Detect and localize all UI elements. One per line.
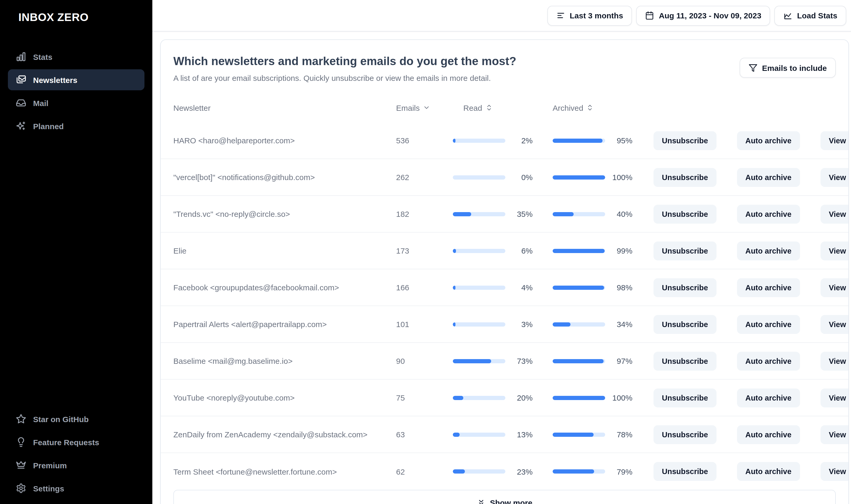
email-count: 101	[392, 320, 453, 329]
read-progress: 23%	[453, 467, 553, 476]
view-button[interactable]: View	[820, 204, 849, 223]
load-stats-button[interactable]: Load Stats	[775, 5, 846, 25]
archived-progress-bar	[553, 469, 605, 473]
archived-progress: 99%	[553, 246, 654, 255]
column-header-newsletter[interactable]: Newsletter	[173, 103, 392, 112]
table-row: Papertrail Alerts <alert@papertrailapp.c…	[161, 306, 848, 343]
view-button[interactable]: View	[820, 131, 849, 150]
unsubscribe-button[interactable]: Unsubscribe	[654, 315, 716, 334]
auto-archive-button[interactable]: Auto archive	[737, 462, 800, 481]
archived-progress-fill	[553, 138, 603, 143]
newsletter-name: Term Sheet <fortune@newsletter.fortune.c…	[173, 467, 392, 476]
date-range-picker-button[interactable]: Aug 11, 2023 - Nov 09, 2023	[636, 5, 770, 25]
archived-progress-fill	[553, 285, 604, 290]
auto-archive-button[interactable]: Auto archive	[737, 131, 800, 150]
read-percent: 23%	[510, 467, 533, 476]
newsletter-name: HARO <haro@helpareporter.com>	[173, 136, 392, 145]
unsubscribe-button[interactable]: Unsubscribe	[654, 425, 716, 444]
date-range-preset-button[interactable]: Last 3 months	[547, 5, 632, 25]
row-actions: Unsubscribe Auto archive View	[654, 352, 849, 371]
archived-percent: 95%	[609, 136, 633, 145]
archived-progress: 40%	[553, 210, 654, 218]
unsubscribe-button[interactable]: Unsubscribe	[654, 241, 716, 260]
archived-percent: 78%	[609, 430, 633, 439]
read-progress-fill	[453, 212, 471, 216]
unsubscribe-button[interactable]: Unsubscribe	[654, 278, 716, 297]
read-progress: 13%	[453, 430, 553, 439]
read-progress: 2%	[453, 136, 553, 145]
view-button[interactable]: View	[820, 315, 849, 334]
sidebar-item-label: Planned	[33, 122, 64, 130]
newsletter-name: Facebook <groupupdates@facebookmail.com>	[173, 283, 392, 292]
archived-progress-bar	[553, 322, 605, 326]
sidebar-item-feature-requests[interactable]: Feature Requests	[8, 432, 144, 453]
table-row: Baselime <mail@mg.baselime.io> 90 73% 97…	[161, 343, 848, 380]
auto-archive-button[interactable]: Auto archive	[737, 388, 800, 407]
unsubscribe-button[interactable]: Unsubscribe	[654, 462, 716, 481]
unsubscribe-button[interactable]: Unsubscribe	[654, 168, 716, 187]
unsubscribe-button[interactable]: Unsubscribe	[654, 388, 716, 407]
row-actions: Unsubscribe Auto archive View	[654, 462, 849, 481]
row-actions: Unsubscribe Auto archive View	[654, 315, 849, 334]
top-bar: Last 3 months Aug 11, 2023 - Nov 09, 202…	[152, 0, 851, 32]
view-button[interactable]: View	[820, 352, 849, 371]
newsletter-name: "Trends.vc" <no-reply@circle.so>	[173, 210, 392, 218]
archived-percent: 97%	[609, 357, 633, 365]
read-percent: 13%	[510, 430, 533, 439]
newsletter-table-body: HARO <haro@helpareporter.com> 536 2% 95%…	[161, 122, 848, 490]
unsubscribe-button[interactable]: Unsubscribe	[654, 352, 716, 371]
archived-progress-fill	[553, 396, 605, 400]
email-count: 173	[392, 246, 453, 255]
view-button[interactable]: View	[820, 462, 849, 481]
read-percent: 4%	[510, 283, 533, 292]
auto-archive-button[interactable]: Auto archive	[737, 241, 800, 260]
auto-archive-button[interactable]: Auto archive	[737, 278, 800, 297]
column-header-emails[interactable]: Emails	[392, 103, 453, 112]
sidebar-item-settings[interactable]: Settings	[8, 478, 144, 499]
newsletter-name: YouTube <noreply@youtube.com>	[173, 393, 392, 402]
unsubscribe-button[interactable]: Unsubscribe	[654, 204, 716, 223]
view-button[interactable]: View	[820, 241, 849, 260]
card-header: Which newsletters and marketing emails d…	[161, 40, 848, 84]
sidebar-item-premium[interactable]: Premium	[8, 455, 144, 476]
read-percent: 6%	[510, 246, 533, 255]
sidebar-item-star-on-github[interactable]: Star on GitHub	[8, 409, 144, 429]
read-progress-fill	[453, 285, 456, 290]
table-row: HARO <haro@helpareporter.com> 536 2% 95%…	[161, 122, 848, 159]
email-count: 262	[392, 173, 453, 182]
newsletter-name: "vercel[bot]" <notifications@github.com>	[173, 173, 392, 182]
sidebar-item-mail[interactable]: Mail	[8, 92, 144, 113]
auto-archive-button[interactable]: Auto archive	[737, 315, 800, 334]
table-header: Newsletter Emails Read	[161, 84, 848, 122]
archived-percent: 79%	[609, 467, 633, 476]
email-count: 182	[392, 210, 453, 218]
read-progress-bar	[453, 212, 506, 216]
table-row: Elie 173 6% 99% Unsubscribe Auto archive…	[161, 233, 848, 269]
emails-to-include-button[interactable]: Emails to include	[739, 58, 836, 78]
view-button[interactable]: View	[820, 278, 849, 297]
sidebar-item-stats[interactable]: Stats	[8, 46, 144, 67]
view-button[interactable]: View	[820, 388, 849, 407]
sidebar-item-planned[interactable]: Planned	[8, 115, 144, 137]
lightbulb-icon	[16, 437, 26, 447]
view-button[interactable]: View	[820, 425, 849, 444]
auto-archive-button[interactable]: Auto archive	[737, 168, 800, 187]
sidebar-item-label: Premium	[33, 461, 67, 470]
column-header-read[interactable]: Read	[453, 103, 553, 112]
archived-progress: 100%	[553, 393, 654, 402]
show-more-button[interactable]: Show more	[173, 490, 836, 504]
auto-archive-button[interactable]: Auto archive	[737, 352, 800, 371]
read-progress: 0%	[453, 173, 553, 182]
sidebar-footer-nav: Star on GitHub Feature Requests Premium …	[8, 409, 144, 499]
star-icon	[16, 414, 26, 424]
newsletter-name: Elie	[173, 246, 392, 255]
auto-archive-button[interactable]: Auto archive	[737, 425, 800, 444]
row-actions: Unsubscribe Auto archive View	[654, 168, 849, 187]
column-header-archived[interactable]: Archived	[553, 103, 654, 112]
read-progress: 3%	[453, 320, 553, 329]
sidebar-item-newsletters[interactable]: Newsletters	[8, 69, 144, 90]
archived-progress-bar	[553, 285, 605, 290]
unsubscribe-button[interactable]: Unsubscribe	[654, 131, 716, 150]
view-button[interactable]: View	[820, 168, 849, 187]
auto-archive-button[interactable]: Auto archive	[737, 204, 800, 223]
